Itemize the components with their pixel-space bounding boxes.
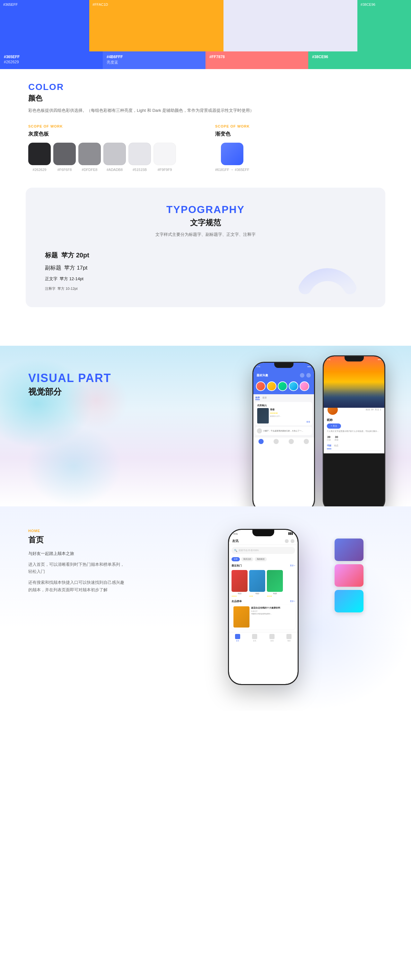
bnav-friends[interactable]: 友讯 [252, 634, 257, 642]
tab-1: 最新 [262, 396, 267, 400]
color-palettes: SCOPE OF WORK 灰度色板 #262629 #F6F6F8 #DFDF… [28, 124, 383, 172]
typo-title-en: TYPOGRAPHY [45, 204, 366, 216]
bottom-color-swatches: #365EFF #262629 #4B6FFF 亮度蓝 #FF7878 #38C… [0, 51, 411, 69]
friends-icons [285, 539, 294, 543]
home-section: HOME 首页 与好友一起踏上颠本之旅 进入首页，可以清晰看到时下热门颠本和榜单… [0, 506, 411, 711]
bnav-friends-label: 友讯 [253, 640, 256, 642]
swatch-brand-blue: #365EFF [0, 0, 89, 51]
gradient-palette-row: #6181FF → #365EFF [215, 143, 383, 172]
book-cover-3 [267, 570, 283, 592]
avatar-3 [278, 382, 287, 391]
color-title-en: COLOR [28, 82, 383, 92]
follow-button[interactable]: + 关注 [327, 423, 341, 429]
side-thumbnails [335, 539, 363, 612]
see-more-2[interactable]: 更多> [290, 600, 295, 603]
stat-num-2: 30 [335, 435, 338, 439]
swatch-hex-4: #38CE96 [312, 55, 407, 59]
profile-time: 9:41 [327, 359, 331, 361]
comment-1: 小橘子：千头是那里的朋友们的，大东上了一... [255, 427, 312, 435]
following-count: 关注 1 [375, 408, 381, 411]
avatar-2 [267, 382, 276, 391]
nav-2 [274, 439, 279, 444]
tag-all[interactable]: 全部 [232, 557, 240, 561]
color-title-zh: 颜色 [28, 94, 383, 103]
search-bar[interactable]: 🔍 搜索书名/作者/ISBN [232, 547, 295, 554]
stats-row: 39 已读 30 想读 [327, 435, 381, 441]
gray-palette-title: 灰度色板 [28, 131, 196, 137]
palette-item-2: #F6F6F8 [53, 143, 76, 172]
book-rating-2: ★★★ [249, 595, 265, 597]
stat-num-1: 39 [327, 435, 331, 439]
typography-section: TYPOGRAPHY 文字规范 文字样式主要分为标题字、副标题字、正文字、注释字… [26, 188, 385, 307]
nav-home [259, 439, 263, 444]
book-col-3: 书名3 ★★★★ [267, 570, 283, 597]
friends-icon-2 [290, 539, 294, 543]
book-info-1: 青楼 ★★★★ 剧情简介文字... [270, 408, 305, 423]
gradient-scope-label: SCOPE OF WORK [215, 124, 383, 128]
top-color-swatches: #365EFF #FFAC1D #38CE96 [0, 0, 411, 51]
icon-1 [300, 373, 305, 377]
icon-2 [306, 373, 311, 377]
tag-fan[interactable]: 我的粉丝 [255, 557, 267, 561]
book-name-1: 青楼 [270, 408, 305, 411]
typography-wrapper: TYPOGRAPHY 文字规范 文字样式主要分为标题字、副标题字、正文字、注释字… [0, 188, 411, 346]
rank-title: 友品榜单 [232, 600, 242, 603]
phone-notch-1 [274, 363, 294, 368]
nav-4 [304, 439, 309, 444]
rank-book-info: 超适合运动喝的十大健康饮料 作者名字 书籍简介内容这里简短展示... [251, 606, 293, 627]
search-placeholder: 搜索书名/作者/ISBN [238, 549, 259, 552]
rank-book-desc: 书籍简介内容这里简短展示... [251, 613, 293, 615]
phone-notch-2 [344, 356, 364, 361]
profile-header: 9:41 ●●● [324, 356, 384, 408]
type-sample-body: 正文字 苹方 12-14pt [45, 276, 141, 282]
bnav-profile[interactable]: 我的 [286, 634, 292, 642]
rank-book-name: 超适合运动喝的十大健康饮料 [251, 606, 293, 609]
swatch-green: #38CE96 [357, 0, 411, 51]
rank-book-author: 作者名字 [251, 610, 293, 612]
book-thumb-1 [257, 408, 269, 423]
side-thumb-1 [335, 539, 363, 561]
stars-1: ★★★★ [270, 412, 305, 415]
hot-section-header: 最近热门 更多> [229, 563, 298, 569]
avatar-5 [300, 382, 309, 391]
home-bottom-nav: 首页 友讯 发现 我的 [229, 632, 298, 645]
palette-item-6: #F9F9F9 [154, 143, 176, 172]
type-samples: 标题 苹方 20pt 副标题 苹方 17pt 正文字 苹方 12-14pt 注释… [45, 251, 141, 291]
rank-section-header: 友品榜单 更多> [229, 598, 298, 605]
book-desc-1: 剧情简介文字... [270, 415, 305, 417]
tag-follow[interactable]: 我关注的 [241, 557, 253, 561]
book-title-3: 书名3 [267, 592, 283, 594]
nickname-label: 昵称 [327, 418, 381, 422]
see-more-1[interactable]: 更多> [290, 564, 295, 567]
gray-swatch-2 [53, 143, 76, 165]
gray-hex-3: #DFDFE8 [82, 168, 98, 172]
phone-inner-1: 9:41 ●●● 题材兴趣 [253, 363, 314, 506]
book-cover-1 [232, 570, 248, 592]
stat-reads: 39 已读 [327, 435, 331, 441]
bnav-home[interactable]: 首页 [235, 634, 240, 642]
bnav-discover[interactable]: 发现 [270, 634, 275, 642]
profile-info: 粉丝 39 关注 1 昵称 + 关注 个人简介文字这里显示用户的个人介绍信息，可… [324, 408, 384, 453]
gray-swatch-6 [154, 143, 176, 165]
gray-palette-row: #262629 #F6F6F8 #DFDFE8 #ADADB8 #51515B [28, 143, 196, 172]
bio-text: 个人简介文字这里显示用户的个人介绍信息，可以多行展示... [327, 430, 381, 433]
follow-count: 粉丝 39 [366, 408, 373, 411]
swatch-bottom-salmon: #FF7878 [205, 51, 308, 69]
book-title-2: 书名2 [249, 592, 265, 594]
phone-inner-2: 9:41 ●●● 粉丝 39 关注 1 [324, 356, 384, 504]
typo-title-zh: 文字规范 [45, 218, 366, 228]
friends-title: 友讯 [232, 539, 238, 543]
gray-hex-5: #51515B [133, 168, 147, 172]
swatch-hex: #365EFF [4, 55, 99, 59]
palette-item-3: #DFDFE8 [78, 143, 101, 172]
stat-label-2: 想读 [335, 439, 338, 441]
gray-swatch-4 [103, 143, 126, 165]
swatch-hex-label-orange: #FFAC1D [92, 3, 108, 6]
bnav-home-icon [235, 634, 240, 639]
home-desc-1: 与好友一起踏上颠本之旅 [28, 550, 125, 557]
color-section: COLOR 颜色 彩色色板提供四组色彩供选择。（每组色彩都有三种亮度，Light… [0, 69, 411, 188]
card-title-1: 优质颠(2) [257, 404, 310, 407]
visual-section: VISUAL PART 视觉部分 9:41 ●●● 题材兴趣 [0, 346, 411, 506]
phone-mockup-1: 9:41 ●●● 题材兴趣 [252, 362, 315, 506]
gray-swatch-1 [28, 143, 51, 165]
